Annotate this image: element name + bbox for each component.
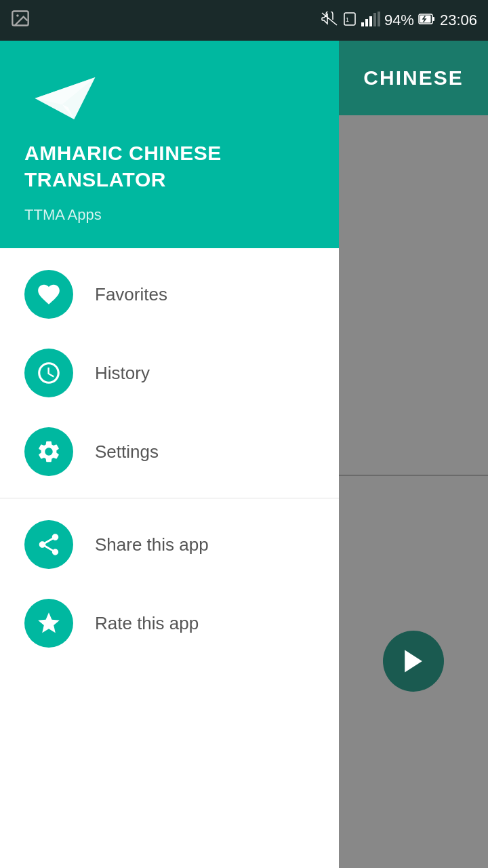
- history-icon-circle: [24, 349, 73, 397]
- sidebar-item-settings[interactable]: Settings: [0, 412, 339, 491]
- app-author: TTMA Apps: [24, 206, 314, 224]
- signal-icon: [361, 12, 380, 30]
- favorites-icon-circle: [24, 270, 73, 319]
- svg-text:1: 1: [346, 16, 349, 23]
- secondary-menu-section: Share this app Rate this app: [0, 505, 339, 663]
- settings-label: Settings: [95, 441, 159, 462]
- drawer-menu: Favorites History: [0, 248, 339, 868]
- svg-rect-6: [369, 16, 372, 26]
- image-icon: [11, 9, 30, 32]
- settings-icon-circle: [24, 427, 73, 476]
- menu-divider: [0, 498, 339, 498]
- clock-icon: [36, 360, 62, 386]
- heart-icon: [36, 281, 62, 307]
- svg-point-1: [16, 14, 19, 17]
- mute-icon: [321, 12, 338, 30]
- share-icon-circle: [24, 520, 73, 569]
- primary-menu-section: Favorites History: [0, 255, 339, 491]
- translation-area: [339, 115, 488, 868]
- status-icons: 1 94% 23:06: [321, 12, 477, 30]
- sidebar-item-favorites[interactable]: Favorites: [0, 255, 339, 334]
- svg-rect-7: [373, 13, 376, 26]
- star-icon: [36, 610, 62, 636]
- svg-rect-5: [365, 19, 368, 26]
- app-logo: [24, 68, 106, 129]
- svg-rect-8: [378, 12, 380, 26]
- app-name: AMHARIC CHINESE TRANSLATOR: [24, 140, 314, 193]
- favorites-label: Favorites: [95, 284, 167, 305]
- battery-percent: 94%: [384, 12, 414, 29]
- share-label: Share this app: [95, 534, 209, 555]
- chinese-tab-header: CHINESE: [339, 41, 488, 115]
- sidebar-item-share[interactable]: Share this app: [0, 505, 339, 584]
- drawer-header: AMHARIC CHINESE TRANSLATOR TTMA Apps: [0, 41, 339, 248]
- navigation-drawer: AMHARIC CHINESE TRANSLATOR TTMA Apps Fav…: [0, 41, 339, 868]
- share-icon: [36, 532, 62, 557]
- sidebar-item-history[interactable]: History: [0, 334, 339, 412]
- sim-icon: 1: [342, 12, 357, 30]
- chinese-tab-label: CHINESE: [363, 66, 463, 90]
- main-content-panel: CHINESE: [339, 41, 488, 868]
- rate-label: Rate this app: [95, 613, 199, 634]
- svg-rect-11: [432, 17, 434, 21]
- svg-marker-15: [405, 650, 422, 673]
- content-divider: [339, 475, 488, 476]
- history-label: History: [95, 363, 150, 384]
- send-icon: [399, 646, 428, 676]
- main-layout: AMHARIC CHINESE TRANSLATOR TTMA Apps Fav…: [0, 41, 488, 868]
- translate-button[interactable]: [383, 631, 444, 692]
- status-bar: 1 94% 23:06: [0, 0, 488, 41]
- sidebar-item-rate[interactable]: Rate this app: [0, 584, 339, 663]
- battery-icon: [418, 13, 436, 28]
- svg-rect-4: [361, 22, 364, 26]
- status-time: 23:06: [440, 12, 477, 29]
- rate-icon-circle: [24, 599, 73, 648]
- gear-icon: [36, 439, 62, 465]
